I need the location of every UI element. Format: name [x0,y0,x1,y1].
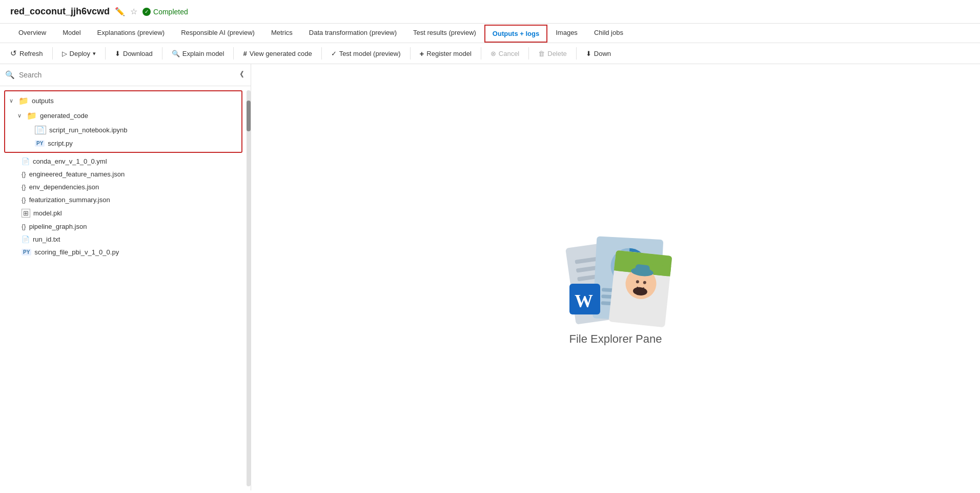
tab-data-transformation[interactable]: Data transformation (preview) [301,24,405,43]
page-header: red_coconut_jjh6vcwd ✏️ ☆ ✓ Completed [0,0,980,24]
cancel-label: Cancel [499,50,519,57]
json-icon-3: {} [22,196,26,204]
deploy-button[interactable]: ▷ Deploy ▾ [57,47,101,60]
refresh-button[interactable]: ↺ Refresh [5,46,48,61]
preview-panel: W File Explorer Pane [251,64,980,490]
main-content: 🔍 《 ∨ 📁 outputs [0,64,980,490]
conda-env-label: conda_env_v_1_0_0.yml [33,157,107,165]
tree-item-generated-code[interactable]: ∨ 📁 generated_code [5,108,241,123]
tab-model[interactable]: Model [54,24,89,43]
tree-item-pipeline-graph[interactable]: › {} pipeline_graph.json [0,220,247,233]
explain-model-button[interactable]: 🔍 Explain model [167,47,230,60]
tree-item-scoring-file[interactable]: › PY scoring_file_pbi_v_1_0_0.py [0,246,247,259]
test-model-icon: ✓ [331,50,337,57]
download-button[interactable]: ⬇ Download [110,47,158,60]
test-model-button[interactable]: ✓ Test model (preview) [326,47,406,60]
download2-button[interactable]: ⬇ Down [581,47,616,60]
generated-code-folder-icon: 📁 [27,111,37,121]
download2-label: Down [594,50,611,57]
search-bar: 🔍 《 [0,64,251,86]
preview-title: File Explorer Pane [569,332,662,346]
notebook-icon: 📄 [35,126,46,134]
register-model-button[interactable]: + Register model [415,47,477,61]
txt-icon: 📄 [22,235,30,243]
toolbar: ↺ Refresh ▷ Deploy ▾ ⬇ Download 🔍 Explai… [0,43,980,64]
file-panel: 🔍 《 ∨ 📁 outputs [0,64,251,490]
run-id-label: run_id.txt [33,235,60,243]
tab-metrics[interactable]: Metrics [263,24,301,43]
outputs-folder-icon: 📁 [18,96,29,106]
sep-3 [162,47,162,60]
explain-model-icon: 🔍 [172,50,180,57]
engineered-features-label: engineered_feature_names.json [29,170,125,178]
model-pkl-label: model.pkl [33,209,62,217]
yml-icon: 📄 [22,157,30,165]
outputs-label: outputs [32,97,54,105]
tree-item-script-notebook[interactable]: › 📄 script_run_notebook.ipynb [5,123,241,137]
register-model-icon: + [420,49,424,58]
view-code-label: View generated code [250,50,312,57]
generated-code-label: generated_code [40,112,88,120]
svg-text:W: W [575,291,593,311]
pipeline-graph-label: pipeline_graph.json [29,223,87,230]
cancel-button[interactable]: ⊗ Cancel [485,47,524,60]
tab-test-results[interactable]: Test results (preview) [405,24,484,43]
py-badge-2: PY [22,249,31,255]
collapse-panel-button[interactable]: 《 [234,68,246,82]
deploy-icon: ▷ [62,50,67,57]
search-input[interactable] [19,71,230,79]
nav-tabs: Overview Model Explanations (preview) Re… [0,24,980,43]
json-icon-1: {} [22,170,26,178]
deploy-label: Deploy [70,50,90,57]
json-icon-2: {} [22,183,26,191]
sep-4 [233,47,234,60]
tab-child-jobs[interactable]: Child jobs [586,24,631,43]
status-dot: ✓ [142,8,151,16]
notebook-label: script_run_notebook.ipynb [49,126,128,134]
tree-item-engineered-features[interactable]: › {} engineered_feature_names.json [0,168,247,181]
view-generated-code-button[interactable]: # View generated code [238,47,317,60]
delete-button[interactable]: 🗑 Delete [533,47,572,60]
tree-item-outputs[interactable]: ∨ 📁 outputs [5,93,241,108]
tab-explanations[interactable]: Explanations (preview) [89,24,173,43]
py-badge: PY [35,140,45,147]
download-label: Download [123,50,153,57]
view-code-icon: # [243,50,247,57]
scrollbar-thumb[interactable] [247,101,251,131]
tab-responsible-ai[interactable]: Responsible AI (preview) [173,24,263,43]
tree-item-script-py[interactable]: › PY script.py [5,137,241,150]
env-dependencies-label: env_dependencies.json [29,183,99,191]
sep-8 [528,47,529,60]
delete-icon: 🗑 [538,50,545,57]
sep-6 [410,47,411,60]
register-model-label: Register model [426,50,471,57]
file-tree: ∨ 📁 outputs ∨ 📁 generated_code › [0,86,251,490]
sep-7 [481,47,481,60]
generated-code-chevron: ∨ [17,112,24,119]
outputs-chevron: ∨ [9,97,15,104]
status-label: Completed [153,8,188,16]
preview-illustration: W [539,209,692,332]
tab-overview[interactable]: Overview [10,24,54,43]
download2-icon: ⬇ [586,50,591,57]
tree-item-run-id[interactable]: › 📄 run_id.txt [0,233,247,246]
star-icon[interactable]: ☆ [130,7,137,16]
tree-item-featurization-summary[interactable]: › {} featurization_summary.json [0,193,247,206]
sep-2 [105,47,106,60]
download-icon: ⬇ [115,50,120,57]
page-title: red_coconut_jjh6vcwd [10,6,110,17]
pkl-icon: ⊞ [22,209,30,218]
deploy-dropdown-icon: ▾ [93,50,96,57]
tab-outputs-logs[interactable]: Outputs + logs [484,25,547,43]
edit-icon[interactable]: ✏️ [115,7,125,16]
tree-item-conda-env[interactable]: › 📄 conda_env_v_1_0_0.yml [0,155,247,168]
status-badge: ✓ Completed [142,8,188,16]
test-model-label: Test model (preview) [339,50,401,57]
tree-item-model-pkl[interactable]: › ⊞ model.pkl [0,206,247,220]
sep-5 [321,47,322,60]
json-icon-4: {} [22,223,26,230]
tree-item-env-dependencies[interactable]: › {} env_dependencies.json [0,181,247,193]
refresh-label: Refresh [19,50,43,57]
tab-images[interactable]: Images [547,24,586,43]
refresh-icon: ↺ [10,49,17,58]
